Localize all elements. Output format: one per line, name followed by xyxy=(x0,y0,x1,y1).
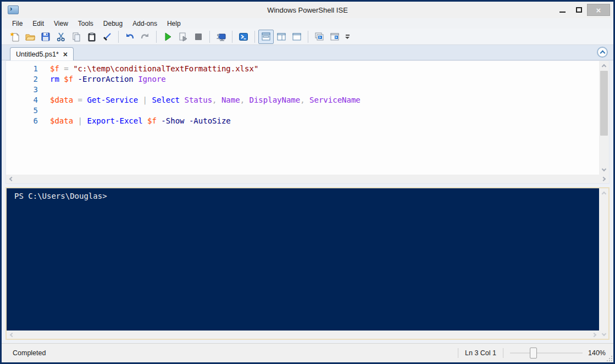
save-icon xyxy=(41,32,51,42)
console-vertical-scrollbar[interactable] xyxy=(599,188,608,339)
code-line: 2rm $f -ErrorAction Ignore xyxy=(6,74,599,85)
code-line: 1$f = "c:\temp\conditionalTextFormatting… xyxy=(6,64,599,74)
resize-grip[interactable] xyxy=(606,355,612,361)
console-prompt: PS C:\Users\Douglas> xyxy=(14,192,107,200)
new-remote-tab-icon xyxy=(216,32,226,42)
start-powershell-button[interactable] xyxy=(236,30,251,44)
powershell-window-icon xyxy=(330,32,340,42)
run-selection-icon xyxy=(178,32,188,42)
clear-console-icon xyxy=(102,32,112,42)
code-area[interactable]: 1$f = "c:\temp\conditionalTextFormatting… xyxy=(6,61,599,175)
code-text: $data = Get-Service | Select Status, Nam… xyxy=(50,95,361,105)
scroll-up-icon[interactable] xyxy=(599,188,608,197)
show-script-pane-maximized-button[interactable] xyxy=(289,30,304,44)
script-pane-max-icon xyxy=(292,32,302,42)
toolbar-separator xyxy=(118,31,119,43)
minimize-button[interactable] xyxy=(554,4,570,16)
run-script-icon xyxy=(163,32,173,42)
toolbar-separator xyxy=(254,31,255,43)
zoom-slider[interactable] xyxy=(510,348,583,359)
stop-icon xyxy=(193,32,203,42)
scroll-right-icon[interactable] xyxy=(600,175,609,183)
menu-tools[interactable]: Tools xyxy=(73,19,98,29)
line-number: 1 xyxy=(6,64,38,74)
status-bar: Completed Ln 3 Col 1 140% xyxy=(2,343,613,362)
line-number: 5 xyxy=(6,105,38,116)
window-controls: × xyxy=(554,2,610,18)
menu-help[interactable]: Help xyxy=(162,19,186,29)
line-col-indicator: Ln 3 Col 1 xyxy=(465,349,496,357)
line-number: 4 xyxy=(6,95,38,105)
tab-strip: Untitled5.ps1* × xyxy=(2,45,613,60)
line-number: 3 xyxy=(6,85,38,95)
show-script-pane-right-button[interactable] xyxy=(274,30,289,44)
new-remote-powershell-tab-button[interactable] xyxy=(213,30,229,44)
zoom-slider-thumb[interactable] xyxy=(530,348,537,359)
scroll-down-icon[interactable] xyxy=(599,330,608,339)
menu-file[interactable]: File xyxy=(7,19,27,29)
minimize-icon xyxy=(559,12,566,13)
console-screen[interactable]: PS C:\Users\Douglas> xyxy=(7,188,599,331)
toolbar-separator xyxy=(308,31,308,43)
code-line: 6$data | Export-Excel $f -Show -AutoSize xyxy=(6,116,599,126)
code-text: rm $f -ErrorAction Ignore xyxy=(50,74,166,85)
open-icon xyxy=(25,32,35,42)
menu-bar: FileEditViewToolsDebugAdd-onsHelp xyxy=(2,18,613,29)
menu-add-ons[interactable]: Add-ons xyxy=(128,19,162,29)
menu-edit[interactable]: Edit xyxy=(27,19,49,29)
new-powershell-tab-button[interactable] xyxy=(312,30,327,44)
console-horizontal-scrollbar[interactable] xyxy=(7,331,599,339)
scroll-left-icon[interactable] xyxy=(7,331,15,339)
close-icon: × xyxy=(596,5,601,15)
clear-console-button[interactable] xyxy=(99,30,115,44)
maximize-icon xyxy=(576,7,582,13)
script-editor[interactable]: 1$f = "c:\temp\conditionalTextFormatting… xyxy=(5,60,610,175)
script-pane-collapse-button[interactable] xyxy=(597,47,608,58)
show-script-pane-top-button[interactable] xyxy=(258,30,274,44)
redo-button[interactable] xyxy=(137,30,153,44)
stop-button[interactable] xyxy=(191,30,206,44)
run-script-button[interactable] xyxy=(160,30,175,44)
title-bar: Windows PowerShell ISE × xyxy=(2,2,613,18)
toolbar-separator xyxy=(209,31,210,43)
maximize-button[interactable] xyxy=(570,4,587,16)
scroll-down-icon[interactable] xyxy=(599,165,609,175)
scroll-right-icon[interactable] xyxy=(590,331,599,339)
line-number: 2 xyxy=(6,74,38,85)
code-line: 5 xyxy=(6,105,599,116)
menu-view[interactable]: View xyxy=(49,19,73,29)
close-button[interactable]: × xyxy=(587,4,610,16)
editor-horizontal-scrollbar[interactable] xyxy=(5,175,610,184)
window-title: Windows PowerShell ISE xyxy=(2,6,613,14)
show-powershell-window-button[interactable] xyxy=(327,30,342,44)
tab-untitled5[interactable]: Untitled5.ps1* × xyxy=(10,47,74,60)
status-message: Completed xyxy=(13,349,46,357)
code-text: $f = "c:\temp\conditionalTextFormatting.… xyxy=(50,64,258,74)
editor-vertical-scrollbar[interactable] xyxy=(599,61,609,175)
paste-button[interactable] xyxy=(84,30,99,44)
status-right-group: Ln 3 Col 1 140% xyxy=(451,348,606,359)
line-number: 6 xyxy=(6,116,38,126)
menu-debug[interactable]: Debug xyxy=(98,19,128,29)
paste-icon xyxy=(87,32,97,42)
scroll-up-icon[interactable] xyxy=(599,61,609,70)
redo-icon xyxy=(140,32,150,42)
chevron-up-icon xyxy=(600,51,605,56)
cut-button[interactable] xyxy=(53,30,69,44)
powershell-tab-icon xyxy=(314,32,324,42)
console-pane: PS C:\Users\Douglas> xyxy=(5,187,610,340)
open-button[interactable] xyxy=(23,30,38,44)
zoom-slider-track[interactable] xyxy=(510,352,583,354)
scrollbar-thumb[interactable] xyxy=(600,71,608,136)
toolbar-overflow-button[interactable] xyxy=(343,30,351,44)
save-button[interactable] xyxy=(38,30,53,44)
tab-close-icon[interactable]: × xyxy=(63,51,68,58)
new-script-button[interactable] xyxy=(7,30,23,44)
undo-button[interactable] xyxy=(122,30,137,44)
copy-button[interactable] xyxy=(69,30,84,44)
scroll-left-icon[interactable] xyxy=(6,175,15,183)
undo-icon xyxy=(125,32,135,42)
toolbar-overflow-icon xyxy=(346,35,350,36)
run-selection-button[interactable] xyxy=(175,30,191,44)
code-line: 3 xyxy=(6,85,599,95)
